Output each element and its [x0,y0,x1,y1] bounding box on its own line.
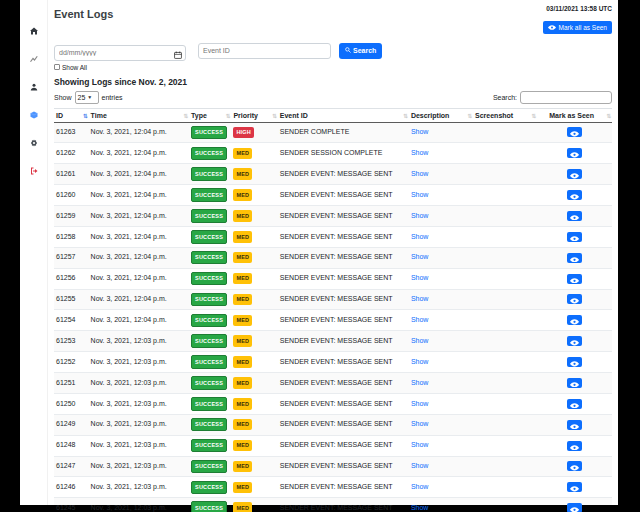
mark-seen-button[interactable] [567,378,582,388]
entries-select[interactable]: 25 ▼ [75,91,99,104]
mark-seen-button[interactable] [567,357,582,367]
filter-form: Search [54,41,612,61]
cell-id: 61261 [54,164,89,185]
description-show-link[interactable]: Show [411,149,429,156]
type-badge: SUCCESS [191,334,227,348]
mark-seen-button[interactable] [567,399,582,409]
cell-event-id: SENDER EVENT: MESSAGE SENT [278,477,409,498]
description-show-link[interactable]: Show [411,337,429,344]
type-badge: SUCCESS [191,209,227,223]
type-badge: SUCCESS [191,230,227,244]
show-all-checkbox[interactable] [54,64,60,70]
priority-badge: MED [233,377,252,389]
description-show-link[interactable]: Show [411,358,429,365]
mark-seen-button[interactable] [567,148,582,158]
cell-time: Nov. 3, 2021, 12:03 p.m. [89,477,189,498]
description-show-link[interactable]: Show [411,212,429,219]
mark-seen-button[interactable] [567,420,582,430]
column-header-event-id[interactable]: Event ID⇅ [278,108,409,122]
eye-icon [570,313,579,328]
mark-seen-button[interactable] [567,294,582,304]
description-show-link[interactable]: Show [411,191,429,198]
mark-seen-button[interactable] [567,127,582,137]
date-input[interactable] [54,45,186,61]
sidebar-item-settings[interactable] [29,138,39,146]
mark-seen-button[interactable] [567,503,582,512]
mark-seen-button[interactable] [567,169,582,179]
cell-priority: MED [231,393,277,414]
mark-seen-button[interactable] [567,232,582,242]
description-show-link[interactable]: Show [411,253,429,260]
description-show-link[interactable]: Show [411,504,429,511]
mark-seen-button[interactable] [567,211,582,221]
description-show-link[interactable]: Show [411,400,429,407]
eye-icon [570,480,579,495]
description-show-link[interactable]: Show [411,462,429,469]
cell-event-id: SENDER EVENT: MESSAGE SENT [278,414,409,435]
eye-icon [570,125,579,140]
table-search-input[interactable] [520,91,612,104]
column-header-mark-as-seen[interactable]: Mark as Seen⇅ [537,108,612,122]
sort-icon: ⇅ [183,113,188,119]
chevron-down-icon: ▼ [87,94,92,100]
column-header-description[interactable]: Description⇅ [409,108,473,122]
column-header-id[interactable]: ID⇅ [54,108,89,122]
sidebar-item-home[interactable] [29,26,39,34]
calendar-icon[interactable] [174,45,182,53]
search-button-label: Search [353,47,376,54]
sidebar-item-logout[interactable] [29,166,39,174]
cell-type: SUCCESS [189,477,231,498]
cell-priority: MED [231,352,277,373]
description-show-link[interactable]: Show [411,379,429,386]
cell-mark-seen [537,185,612,206]
sign-out-icon [30,161,38,179]
description-show-link[interactable]: Show [411,128,429,135]
cell-priority: MED [231,331,277,352]
description-show-link[interactable]: Show [411,295,429,302]
cell-description: Show [409,373,473,394]
mark-seen-button[interactable] [567,336,582,346]
mark-seen-button[interactable] [567,315,582,325]
column-label: Description [411,112,450,119]
column-label: Screenshot [475,112,513,119]
mark-seen-button[interactable] [567,253,582,263]
mark-seen-button[interactable] [567,274,582,284]
cell-type: SUCCESS [189,122,231,143]
type-badge: SUCCESS [191,126,227,140]
sort-icon: ⇅ [532,113,537,119]
cell-event-id: SENDER SESSION COMPLETE [278,143,409,164]
description-show-link[interactable]: Show [411,274,429,281]
sidebar-item-analytics[interactable] [29,54,39,62]
column-header-time[interactable]: Time⇅ [89,108,189,122]
cell-screenshot [473,289,537,310]
mark-seen-button[interactable] [567,461,582,471]
mark-seen-button[interactable] [567,190,582,200]
description-show-link[interactable]: Show [411,316,429,323]
description-show-link[interactable]: Show [411,483,429,490]
sort-icon: ⇅ [83,113,88,119]
cell-time: Nov. 3, 2021, 12:04 p.m. [89,164,189,185]
cell-description: Show [409,289,473,310]
mark-seen-button[interactable] [567,482,582,492]
column-header-priority[interactable]: Priority⇅ [231,108,277,122]
main-content: Event Logs 03/11/2021 13:58 UTC Mark all… [48,0,618,505]
description-show-link[interactable]: Show [411,441,429,448]
sidebar-item-event-logs[interactable] [29,110,39,118]
description-show-link[interactable]: Show [411,233,429,240]
description-show-link[interactable]: Show [411,170,429,177]
event-id-input[interactable] [198,43,331,59]
mark-seen-button[interactable] [567,441,582,451]
table-row: 61245Nov. 3, 2021, 12:03 p.m.SUCCESSMEDS… [54,498,612,512]
description-show-link[interactable]: Show [411,420,429,427]
home-icon [30,21,38,39]
cell-type: SUCCESS [189,373,231,394]
column-header-type[interactable]: Type⇅ [189,108,231,122]
mark-all-seen-button[interactable]: Mark all as Seen [543,21,612,34]
eye-icon [570,292,579,307]
column-header-screenshot[interactable]: Screenshot⇅ [473,108,537,122]
cell-screenshot [473,185,537,206]
search-button[interactable]: Search [339,43,382,59]
sidebar-item-users[interactable] [29,82,39,90]
cell-time: Nov. 3, 2021, 12:03 p.m. [89,456,189,477]
cell-priority: MED [231,456,277,477]
